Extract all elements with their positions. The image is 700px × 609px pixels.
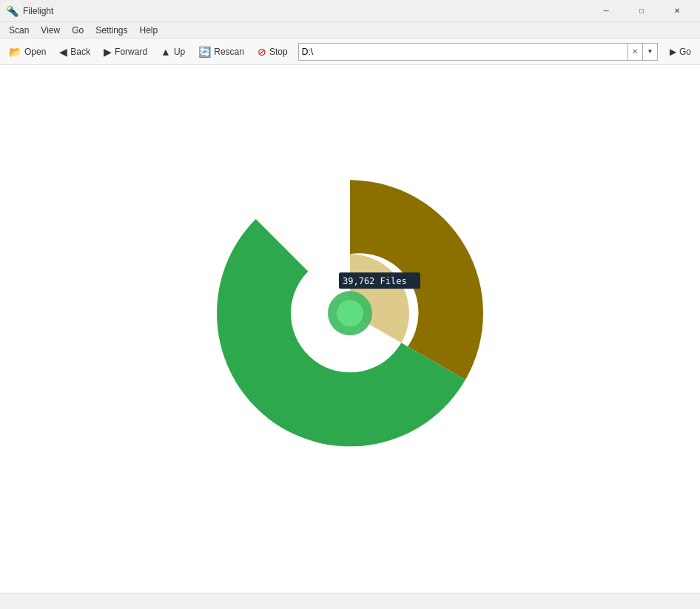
rescan-label: Rescan <box>214 47 244 57</box>
stop-label: Stop <box>269 47 288 57</box>
go-label: Go <box>679 47 691 57</box>
forward-label: Forward <box>115 47 147 57</box>
app-title: Filelight <box>23 6 53 16</box>
menu-go[interactable]: Go <box>66 24 90 37</box>
open-label: Open <box>24 47 46 57</box>
go-icon: ▶ <box>670 47 676 57</box>
minimize-button[interactable]: ─ <box>589 0 623 22</box>
open-button[interactable]: 📂 Open <box>3 44 52 60</box>
chart-center-inner <box>337 300 363 326</box>
menu-help[interactable]: Help <box>134 24 164 37</box>
app-icon: 🔦 <box>6 5 18 17</box>
stop-icon: ⊘ <box>258 46 266 58</box>
forward-icon: ▶ <box>104 46 112 58</box>
address-clear-button[interactable]: ✕ <box>628 43 643 61</box>
address-dropdown-button[interactable]: ▼ <box>643 43 658 61</box>
forward-button[interactable]: ▶ Forward <box>98 44 153 60</box>
status-bar <box>0 593 700 609</box>
up-icon: ▲ <box>161 46 171 58</box>
tooltip-text: 39,762 Files <box>343 276 407 286</box>
title-bar: 🔦 Filelight ─ □ ✕ <box>0 0 700 22</box>
main-content: 39,762 Files <box>0 65 700 593</box>
donut-chart: 39,762 Files <box>202 165 498 461</box>
up-label: Up <box>174 47 185 57</box>
menu-bar: Scan View Go Settings Help <box>0 22 700 38</box>
rescan-icon: 🔄 <box>198 46 211 58</box>
back-icon: ◀ <box>59 46 67 58</box>
back-button[interactable]: ◀ Back <box>53 44 96 60</box>
rescan-button[interactable]: 🔄 Rescan <box>192 44 250 60</box>
up-button[interactable]: ▲ Up <box>155 44 191 60</box>
go-button[interactable]: ▶ Go <box>664 44 697 59</box>
title-bar-left: 🔦 Filelight <box>6 5 53 17</box>
menu-settings[interactable]: Settings <box>90 24 133 37</box>
maximize-button[interactable]: □ <box>625 0 659 22</box>
menu-scan[interactable]: Scan <box>3 24 35 37</box>
chart-container[interactable]: 39,762 Files <box>202 165 498 463</box>
toolbar: 📂 Open ◀ Back ▶ Forward ▲ Up 🔄 Rescan ⊘ … <box>0 38 700 65</box>
stop-button[interactable]: ⊘ Stop <box>252 44 294 60</box>
open-icon: 📂 <box>9 46 21 58</box>
back-label: Back <box>70 47 90 57</box>
close-button[interactable]: ✕ <box>660 0 694 22</box>
address-bar: ✕ ▼ <box>298 42 658 61</box>
menu-view[interactable]: View <box>35 24 66 37</box>
title-bar-buttons: ─ □ ✕ <box>589 0 694 22</box>
address-input[interactable] <box>298 43 628 61</box>
